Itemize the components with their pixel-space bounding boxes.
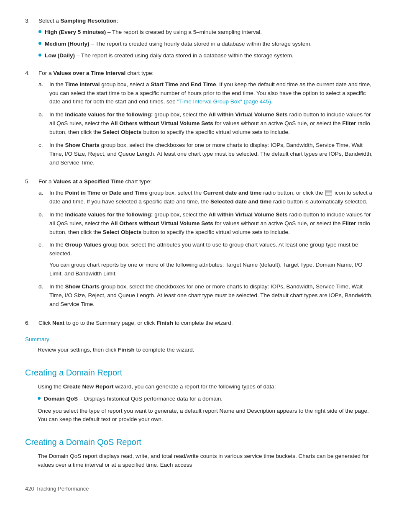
list-item-4: For a Values over a Time Interval chart … xyxy=(25,69,374,172)
summary-text: Review your settings, then click Finish … xyxy=(38,346,374,355)
summary-heading: Summary xyxy=(25,335,374,344)
bullet-dot xyxy=(38,54,41,57)
item5-sub: In the Point in Time or Date and Time gr… xyxy=(38,189,374,309)
domain-report-intro: Using the Create New Report wizard, you … xyxy=(38,383,374,391)
list-item-6: Click Next to go to the Summary page, or… xyxy=(25,319,374,328)
bullet-high-text: High (Every 5 minutes) – The report is c… xyxy=(45,28,262,37)
page-content: Select a Sampling Resolution: High (Ever… xyxy=(25,17,374,493)
item5a-text: In the Point in Time or Date and Time gr… xyxy=(49,189,374,206)
domain-report-outro: Once you select the type of report you w… xyxy=(38,407,374,424)
summary-section: Summary Review your settings, then click… xyxy=(25,335,374,355)
item4c-text: In the Show Charts group box, select the… xyxy=(49,141,374,167)
main-list: Select a Sampling Resolution: High (Ever… xyxy=(25,17,374,328)
list-item-5: For a Values at a Specified Time chart t… xyxy=(25,177,374,313)
item5a: In the Point in Time or Date and Time gr… xyxy=(38,189,374,206)
domain-qos-bullet: Domain QoS – Displays historical QoS per… xyxy=(38,395,374,403)
item4-intro: For a Values over a Time Interval chart … xyxy=(38,70,153,76)
item6-text: Click Next to go to the Summary page, or… xyxy=(38,320,233,326)
bullet-high: High (Every 5 minutes) – The report is c… xyxy=(38,28,374,37)
item5c-text: In the Group Values group box, select th… xyxy=(49,242,358,257)
page-footer: 420 Tracking Performance xyxy=(25,485,374,493)
list-content-4: For a Values over a Time Interval chart … xyxy=(38,69,374,172)
bullet-medium: Medium (Hourly) – The report is created … xyxy=(38,40,374,49)
bullet-low-text: Low (Daily) – The report is created usin… xyxy=(45,51,294,60)
item3-intro: Select a Sampling Resolution: xyxy=(38,18,118,24)
list-item-3: Select a Sampling Resolution: High (Ever… xyxy=(25,17,374,63)
item4-sub: In the Time Interval group box, select a… xyxy=(38,80,374,167)
domain-report-heading: Creating a Domain Report xyxy=(25,366,374,379)
bullet-medium-text: Medium (Hourly) – The report is created … xyxy=(45,40,312,49)
item4b-text: In the Indicate values for the following… xyxy=(49,111,374,137)
alpha-5c xyxy=(38,241,46,278)
item5d: In the Show Charts group box, select the… xyxy=(38,283,374,309)
item4a-text: In the Time Interval group box, select a… xyxy=(49,80,374,107)
list-num-5 xyxy=(25,177,34,313)
alpha-5b xyxy=(38,211,46,237)
domain-qos-section: Creating a Domain QoS Report The Domain … xyxy=(25,436,374,470)
list-num-6 xyxy=(25,319,34,328)
item3-bullets: High (Every 5 minutes) – The report is c… xyxy=(38,28,374,60)
item4b: In the Indicate values for the following… xyxy=(38,111,374,137)
list-content-5: For a Values at a Specified Time chart t… xyxy=(38,177,374,313)
alpha-4a xyxy=(38,80,46,107)
calendar-icon xyxy=(325,190,332,196)
footer-text: 420 Tracking Performance xyxy=(25,486,89,492)
alpha-4c xyxy=(38,141,46,167)
alpha-4b xyxy=(38,111,46,137)
alpha-5a xyxy=(38,189,46,206)
item5-intro: For a Values at a Specified Time chart t… xyxy=(38,178,152,185)
item5b-text: In the Indicate values for the following… xyxy=(49,211,374,237)
alpha-5d xyxy=(38,283,46,309)
domain-qos-intro: The Domain QoS report displays read, wri… xyxy=(38,452,374,470)
item3-bold: Sampling Resolution xyxy=(61,18,117,24)
domain-report-section: Creating a Domain Report Using the Creat… xyxy=(25,366,374,424)
item5c-extra: You can group chart reports by one or mo… xyxy=(49,261,374,278)
domain-qos-text: Domain QoS – Displays historical QoS per… xyxy=(44,395,223,403)
list-num-3 xyxy=(25,17,34,63)
bullet-low: Low (Daily) – The report is created usin… xyxy=(38,51,374,60)
list-num-4 xyxy=(25,69,34,172)
bullet-dot xyxy=(38,42,41,45)
item5c-content: In the Group Values group box, select th… xyxy=(49,241,374,278)
item4a: In the Time Interval group box, select a… xyxy=(38,80,374,107)
list-content-6: Click Next to go to the Summary page, or… xyxy=(38,319,374,328)
domain-qos-heading: Creating a Domain QoS Report xyxy=(25,436,374,449)
bullet-dot xyxy=(38,397,41,400)
bullet-dot xyxy=(38,30,41,33)
list-content-3: Select a Sampling Resolution: High (Ever… xyxy=(38,17,374,63)
item5d-text: In the Show Charts group box, select the… xyxy=(49,283,374,309)
item5b: In the Indicate values for the following… xyxy=(38,211,374,237)
item5c: In the Group Values group box, select th… xyxy=(38,241,374,278)
time-interval-link[interactable]: "Time Interval Group Box" (page 445) xyxy=(177,98,271,105)
item4c: In the Show Charts group box, select the… xyxy=(38,141,374,167)
domain-report-bullets: Domain QoS – Displays historical QoS per… xyxy=(38,395,374,403)
